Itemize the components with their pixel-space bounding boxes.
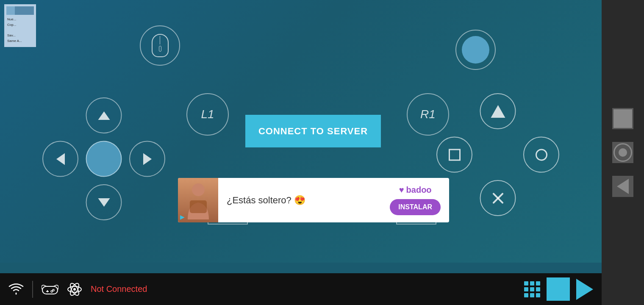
square-button[interactable] — [436, 137, 472, 173]
stop-sidebar-button[interactable] — [612, 108, 633, 129]
ad-content: ¿Estás soltero? 😍 — [218, 189, 381, 212]
right-arrow-icon — [143, 153, 152, 165]
connection-status: Not Connected — [91, 284, 516, 294]
dpad-right-button[interactable] — [129, 141, 165, 177]
connect-to-server-button[interactable]: CONNECT TO SERVER — [245, 115, 381, 147]
record-sidebar-button[interactable] — [612, 142, 633, 163]
stop-button[interactable] — [547, 277, 570, 301]
dpad-container — [42, 97, 165, 220]
r1-label: R1 — [420, 108, 436, 121]
dpad-left-button[interactable] — [42, 141, 78, 177]
touchpad-inner — [462, 36, 489, 64]
stop-square-icon — [613, 109, 632, 128]
install-button[interactable]: INSTALAR — [390, 199, 441, 215]
mouse-button[interactable] — [140, 25, 180, 66]
atom-icon-container — [67, 282, 82, 297]
back-arrow-icon — [617, 179, 629, 194]
play-button[interactable] — [576, 279, 593, 300]
back-sidebar-button[interactable] — [612, 176, 633, 197]
record-circle-icon — [613, 143, 632, 162]
grid-dot — [536, 281, 540, 286]
grid-dot — [524, 293, 528, 297]
up-arrow-icon — [98, 111, 110, 120]
connect-button-label: CONNECT TO SERVER — [258, 126, 368, 137]
svg-point-5 — [53, 289, 54, 291]
atom-icon — [67, 282, 82, 297]
controller-background: Nue...Cop...Sav...Same A... — [0, 0, 602, 263]
x-icon — [491, 192, 504, 205]
mouse-icon — [152, 34, 169, 57]
ad-question-text: ¿Estás soltero? 😍 — [227, 195, 373, 206]
l1-button[interactable]: L1 — [186, 93, 229, 136]
ad-banner: ¿Estás soltero? 😍 ♥ badoo INSTALAR ▶ — [178, 178, 449, 222]
wifi-icon — [8, 283, 24, 296]
left-arrow-icon — [56, 153, 65, 165]
triangle-button[interactable] — [480, 93, 516, 129]
circle-icon — [536, 149, 547, 161]
grid-dot — [536, 293, 540, 297]
grid-dot — [530, 281, 534, 286]
ad-brand-area: ♥ badoo INSTALAR — [381, 179, 449, 222]
controller-icon — [42, 283, 58, 296]
grid-dot — [530, 287, 534, 291]
svg-point-7 — [73, 288, 76, 291]
down-arrow-icon — [98, 198, 110, 207]
sidebar — [602, 0, 644, 305]
grid-dot — [536, 287, 540, 291]
person-silhouette — [186, 181, 211, 219]
circle-button[interactable] — [523, 137, 559, 173]
dpad-down-button[interactable] — [86, 184, 122, 220]
action-buttons-container — [436, 93, 559, 216]
svg-point-0 — [192, 183, 205, 196]
record-inner-icon — [619, 148, 627, 157]
badoo-heart-icon: ♥ — [399, 185, 404, 195]
divider-1 — [32, 281, 33, 298]
grid-dot — [530, 293, 534, 297]
ad-indicator: ▶ — [180, 214, 185, 220]
mouse-scroll-icon — [159, 46, 161, 52]
badoo-logo: ♥ badoo — [399, 185, 432, 195]
file-menu-text: Nue...Cop...Sav...Same A... — [6, 16, 34, 45]
touchpad-button[interactable] — [455, 30, 496, 70]
svg-rect-2 — [42, 286, 58, 294]
file-menu-icon[interactable]: Nue...Cop...Sav...Same A... — [4, 4, 36, 47]
l1-label: L1 — [201, 108, 214, 121]
dpad-center-joystick[interactable] — [86, 141, 122, 177]
status-bar: Not Connected — [0, 273, 602, 305]
grid-dot — [524, 287, 528, 291]
svg-rect-1 — [190, 200, 207, 213]
wifi-icon-container — [8, 283, 24, 296]
square-icon — [449, 149, 461, 161]
controller-icon-container — [42, 283, 58, 296]
install-label: INSTALAR — [398, 203, 432, 211]
grid-menu-button[interactable] — [524, 281, 540, 297]
grid-dot — [524, 281, 528, 286]
x-button[interactable] — [480, 180, 516, 216]
main-controller-area: Nue...Cop...Sav...Same A... — [0, 0, 602, 305]
svg-point-6 — [51, 291, 53, 292]
badoo-brand-name: badoo — [406, 185, 432, 195]
status-right-controls — [524, 277, 593, 301]
triangle-icon — [491, 105, 505, 118]
dpad-up-button[interactable] — [86, 97, 122, 133]
